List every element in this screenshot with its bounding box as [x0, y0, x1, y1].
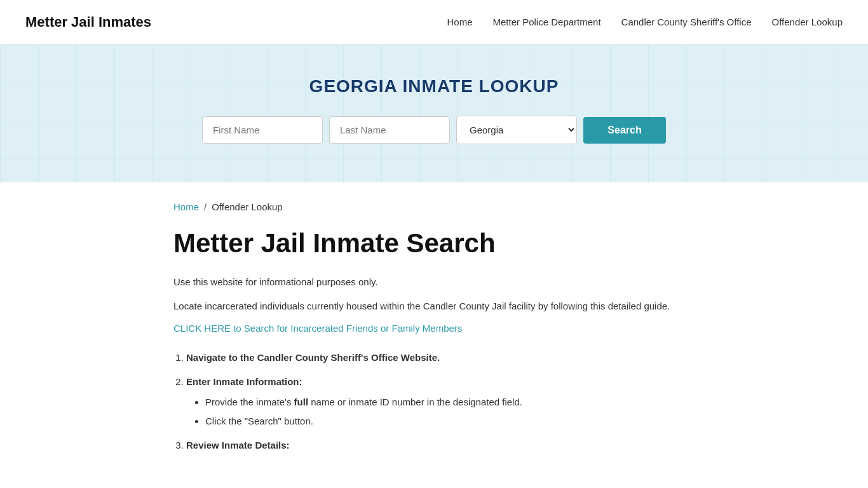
nav-offender-lookup[interactable]: Offender Lookup [772, 17, 843, 27]
sub-list-item: Click the "Search" button. [205, 414, 695, 429]
breadcrumb-separator: / [204, 201, 207, 212]
main-nav: Home Metter Police Department Candler Co… [447, 17, 843, 27]
site-title-link[interactable]: Metter Jail Inmates [25, 14, 151, 30]
instructions-list: Navigate to the Candler County Sheriff's… [173, 350, 695, 453]
step-3-label: Review Inmate Details: [186, 440, 290, 451]
banner-title: GEORGIA INMATE LOOKUP [13, 76, 855, 97]
sub-list-item: Provide the inmate's full name or inmate… [205, 395, 695, 410]
search-button[interactable]: Search [583, 117, 666, 144]
step-1-label: Navigate to the Candler County Sheriff's… [186, 352, 440, 363]
nav-sheriffs-office[interactable]: Candler County Sheriff's Office [621, 17, 752, 27]
breadcrumb-home-link[interactable]: Home [173, 201, 199, 212]
intro-paragraph-2: Locate incarcerated individuals currentl… [173, 299, 695, 314]
nav-police-dept[interactable]: Metter Police Department [493, 17, 601, 27]
first-name-input[interactable] [202, 116, 323, 144]
breadcrumb-current: Offender Lookup [212, 201, 282, 212]
last-name-input[interactable] [329, 116, 450, 144]
list-item: Navigate to the Candler County Sheriff's… [186, 350, 695, 365]
state-select[interactable]: Georgia Alabama Florida South Carolina T… [456, 116, 577, 144]
nav-home[interactable]: Home [447, 17, 473, 27]
sub-item-text: Click the "Search" button. [205, 416, 313, 426]
list-item: Enter Inmate Information: Provide the in… [186, 374, 695, 429]
main-content: Home / Offender Lookup Metter Jail Inmat… [148, 182, 720, 488]
site-header: Metter Jail Inmates Home Metter Police D… [0, 0, 868, 44]
list-item: Review Inmate Details: [186, 438, 695, 453]
full-bold: full [294, 396, 309, 407]
search-form: Georgia Alabama Florida South Carolina T… [13, 116, 855, 144]
page-title: Metter Jail Inmate Search [173, 227, 695, 259]
step-2-label: Enter Inmate Information: [186, 376, 302, 387]
click-here-link[interactable]: CLICK HERE to Search for Incarcerated Fr… [173, 323, 462, 334]
breadcrumb: Home / Offender Lookup [173, 201, 695, 212]
search-banner: GEORGIA INMATE LOOKUP Georgia Alabama Fl… [0, 44, 868, 182]
step-2-sub-list: Provide the inmate's full name or inmate… [186, 395, 695, 429]
intro-paragraph-1: Use this website for informational purpo… [173, 274, 695, 290]
